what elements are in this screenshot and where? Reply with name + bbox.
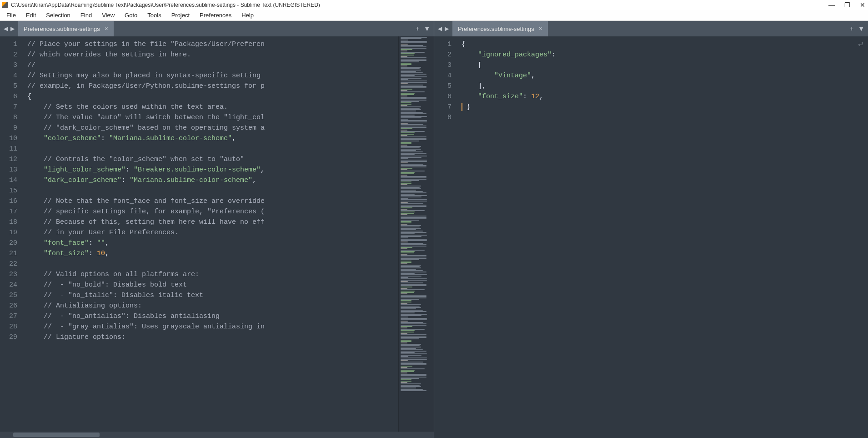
minimap-row: [401, 310, 423, 311]
right-code[interactable]: { "ignored_packages": [ "Vintage", ], "f…: [456, 36, 868, 438]
right-tab-close-icon[interactable]: ×: [539, 25, 542, 32]
minimap-row: [401, 243, 423, 244]
new-tab-icon[interactable]: +: [416, 25, 419, 32]
line-number: 2: [434, 50, 456, 60]
minimap-row: [401, 242, 408, 242]
tab-spacer: [548, 21, 846, 36]
token-cm: // Place your settings in the file "Pack…: [27, 40, 265, 48]
menu-selection[interactable]: Selection: [41, 10, 75, 20]
minimap-row: [401, 186, 421, 186]
token-pun: [27, 218, 44, 226]
minimap-row: [401, 307, 421, 308]
token-key: "font_face": [44, 239, 89, 247]
left-hscroll-thumb[interactable]: [13, 433, 100, 437]
code-line: "ignored_packages":: [462, 50, 868, 60]
minimap-row: [401, 210, 425, 211]
menu-file[interactable]: File: [2, 10, 20, 20]
new-tab-icon[interactable]: +: [850, 25, 853, 32]
tab-dropdown-icon[interactable]: ▼: [424, 25, 430, 32]
menu-goto[interactable]: Goto: [120, 10, 142, 20]
token-cm: // - "no_bold": Disables bold text: [44, 281, 187, 289]
minimap-row: [401, 116, 427, 117]
line-number: 7: [434, 102, 456, 112]
menu-help[interactable]: Help: [237, 10, 258, 20]
line-number: 15: [0, 186, 22, 196]
line-number: 29: [0, 332, 22, 342]
menu-find[interactable]: Find: [76, 10, 96, 20]
nav-next-icon[interactable]: ▶: [10, 25, 15, 32]
switch-icon[interactable]: ⇄: [858, 40, 863, 47]
minimap-row: [401, 352, 415, 353]
token-cm: // Sets the colors used within the text …: [44, 103, 228, 111]
minimap-row: [401, 277, 408, 278]
minimap-row: [401, 57, 426, 58]
menu-preferences[interactable]: Preferences: [195, 10, 236, 20]
nav-prev-icon[interactable]: ◀: [437, 25, 443, 32]
minimap-row: [401, 195, 427, 196]
minimap-row: [401, 287, 412, 287]
minimap-row: [401, 265, 421, 266]
line-number: 27: [0, 311, 22, 322]
minimap-row: [401, 303, 407, 304]
nav-prev-icon[interactable]: ◀: [3, 25, 9, 32]
minimap-row: [401, 266, 420, 267]
minimap-row: [401, 134, 414, 135]
line-number: 9: [0, 123, 22, 133]
minimap-row: [401, 363, 426, 364]
minimap-row: [401, 138, 426, 139]
minimap-row: [401, 250, 425, 251]
minimap-row: [401, 360, 408, 361]
left-hscroll[interactable]: [0, 432, 434, 438]
minimap-row: [401, 198, 408, 199]
line-number: 17: [0, 206, 22, 217]
left-tab-nav: ◀ ▶: [0, 21, 18, 36]
menu-edit[interactable]: Edit: [21, 10, 40, 20]
right-tab-nav: ◀ ▶: [434, 21, 452, 36]
minimap-row: [401, 145, 407, 146]
right-tab[interactable]: Preferences.sublime-settings ×: [452, 21, 548, 36]
minimap-row: [401, 302, 411, 302]
minimap-row: [401, 201, 427, 201]
minimap-row: [401, 336, 426, 337]
token-pun: [27, 197, 44, 205]
minimap-row: [401, 269, 416, 270]
maximize-button[interactable]: ❐: [843, 1, 851, 9]
minimap-row: [401, 381, 411, 382]
token-pun: [27, 208, 44, 216]
tab-dropdown-icon[interactable]: ▼: [858, 25, 864, 32]
minimap-row: [401, 289, 425, 290]
menu-view[interactable]: View: [97, 10, 119, 20]
minimap-row: [401, 72, 423, 73]
close-button[interactable]: ✕: [859, 1, 866, 9]
left-code[interactable]: // Place your settings in the file "Pack…: [22, 36, 398, 432]
left-minimap[interactable]: [398, 36, 434, 432]
minimap-row: [401, 172, 415, 173]
left-tab[interactable]: Preferences.sublime-settings ×: [18, 21, 114, 36]
minimap-row: [401, 218, 426, 219]
menu-project[interactable]: Project: [167, 10, 194, 20]
nav-next-icon[interactable]: ▶: [444, 25, 450, 32]
right-editor[interactable]: 12345678 { "ignored_packages": [ "Vintag…: [434, 36, 868, 438]
minimap-row: [401, 319, 427, 320]
token-key: "font_size": [478, 93, 523, 101]
minimap-row: [401, 244, 426, 245]
minimap-row: [401, 46, 426, 47]
minimap-row: [401, 67, 421, 68]
minimap-row: [401, 262, 411, 263]
minimap-row: [401, 311, 426, 312]
minimap-row: [401, 55, 414, 55]
code-line: [27, 186, 398, 196]
line-number: 22: [0, 259, 22, 269]
minimap-row: [401, 48, 426, 49]
menu-tools[interactable]: Tools: [143, 10, 166, 20]
minimap-row: [401, 374, 426, 375]
minimap-row: [401, 105, 407, 106]
left-editor[interactable]: 1234567891011121314151617181920212223242…: [0, 36, 434, 432]
code-line: // - "no_italic": Disables italic text: [27, 290, 398, 301]
minimap-row: [401, 160, 427, 161]
token-pun: ,: [531, 72, 535, 80]
minimap-row: [401, 108, 420, 109]
left-tab-close-icon[interactable]: ×: [105, 25, 108, 32]
right-tab-label: Preferences.sublime-settings: [458, 25, 534, 32]
minimize-button[interactable]: —: [828, 1, 835, 9]
